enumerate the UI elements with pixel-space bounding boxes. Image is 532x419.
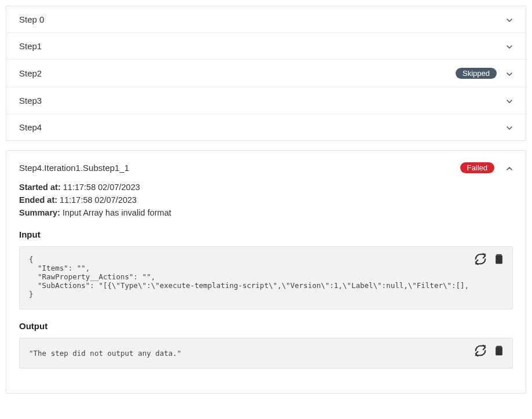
svg-rect-1: [496, 347, 502, 356]
code-actions: [474, 344, 505, 357]
step-row-right: [505, 16, 513, 24]
step-label: Step4: [19, 122, 42, 132]
clipboard-icon[interactable]: [493, 253, 505, 265]
detail-header-right: Failed: [460, 162, 513, 173]
step-row-3[interactable]: Step3: [6, 88, 526, 114]
step-label: Step 0: [19, 14, 44, 24]
input-code-content: { "Items": "", "RawProperty__Actions": "…: [29, 255, 468, 303]
step-label: Step1: [19, 41, 42, 51]
clipboard-icon[interactable]: [493, 344, 505, 357]
output-code-content: "The step did not output any data.": [29, 349, 468, 358]
step-row-4[interactable]: Step4: [6, 114, 526, 140]
ended-at-line: Ended at: 11:17:58 02/07/2023: [19, 194, 513, 207]
step-row-2[interactable]: Step2 Skipped: [6, 60, 526, 88]
summary-line: Summary: Input Array has invalid format: [19, 207, 513, 220]
detail-title: Step4.Iteration1.Substep1_1: [19, 163, 129, 173]
step-row-right: [505, 97, 513, 105]
summary-value: Input Array has invalid format: [63, 208, 171, 217]
chevron-down-icon: [505, 123, 513, 132]
started-at-line: Started at: 11:17:58 02/07/2023: [19, 181, 513, 194]
step-row-right: [505, 123, 513, 132]
ended-at-value: 11:17:58 02/07/2023: [60, 195, 137, 205]
svg-rect-0: [496, 256, 502, 264]
detail-body: Started at: 11:17:58 02/07/2023 Ended at…: [6, 181, 526, 393]
step-row-right: Skipped: [456, 68, 513, 79]
step-row-1[interactable]: Step1: [6, 33, 526, 60]
summary-label: Summary:: [19, 208, 60, 217]
chevron-down-icon: [505, 97, 513, 105]
meta-block: Started at: 11:17:58 02/07/2023 Ended at…: [19, 181, 513, 219]
step-label: Step2: [19, 68, 42, 78]
chevron-down-icon: [505, 42, 513, 50]
step-row-0[interactable]: Step 0: [6, 6, 526, 33]
output-heading: Output: [19, 321, 513, 331]
status-badge-failed: Failed: [460, 162, 494, 173]
step-label: Step3: [19, 96, 42, 105]
chevron-down-icon: [505, 70, 513, 78]
input-code-scroll[interactable]: { "Items": "", "RawProperty__Actions": "…: [29, 255, 503, 303]
chevron-up-icon: [505, 164, 513, 172]
status-badge-skipped: Skipped: [456, 68, 497, 79]
steps-panel: Step 0 Step1 Step2 Skipped Step3: [6, 6, 526, 141]
detail-header[interactable]: Step4.Iteration1.Substep1_1 Failed: [6, 151, 526, 181]
step-detail-panel: Step4.Iteration1.Substep1_1 Failed Start…: [6, 150, 526, 394]
input-heading: Input: [19, 229, 513, 239]
step-row-right: [505, 42, 513, 50]
output-code-box: "The step did not output any data.": [19, 338, 513, 369]
chevron-down-icon: [505, 16, 513, 24]
refresh-icon[interactable]: [474, 344, 487, 357]
refresh-icon[interactable]: [474, 253, 487, 265]
started-at-value: 11:17:58 02/07/2023: [63, 183, 140, 192]
ended-at-label: Ended at:: [19, 195, 57, 205]
input-code-box: { "Items": "", "RawProperty__Actions": "…: [19, 246, 513, 309]
started-at-label: Started at:: [19, 183, 61, 192]
code-actions: [474, 253, 505, 265]
